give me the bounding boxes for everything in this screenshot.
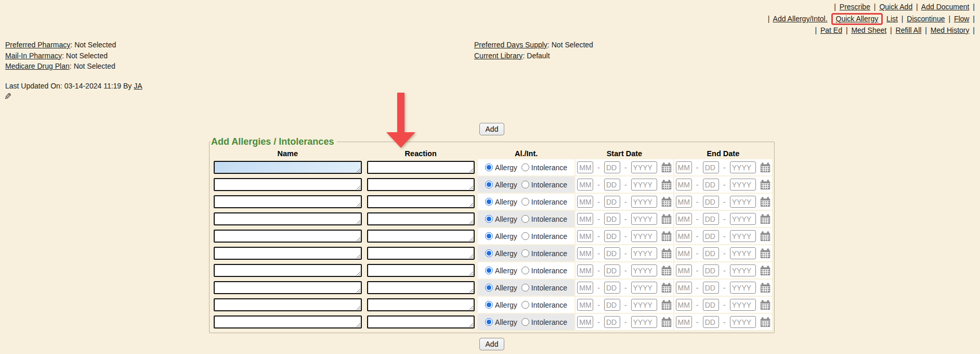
start-date-calendar-icon[interactable] — [661, 214, 672, 224]
allergy-option[interactable]: Allergy — [485, 163, 517, 172]
reaction-input[interactable] — [367, 281, 475, 294]
allergy-option[interactable]: Allergy — [485, 318, 517, 326]
end-year-input[interactable] — [730, 179, 756, 191]
preferred-pharmacy-link[interactable]: Preferred Pharmacy — [5, 41, 70, 49]
preferred-days-supply-link[interactable]: Preferred Days Supply — [474, 41, 547, 49]
start-month-input[interactable] — [577, 213, 593, 225]
end-month-input[interactable] — [676, 316, 692, 328]
end-month-input[interactable] — [676, 161, 692, 173]
start-date-calendar-icon[interactable] — [661, 197, 672, 207]
end-day-input[interactable] — [703, 299, 719, 311]
name-input[interactable] — [214, 230, 362, 243]
nav-link-quick-allergy[interactable]: Quick Allergy — [836, 15, 879, 23]
start-date-calendar-icon[interactable] — [661, 180, 672, 190]
start-year-input[interactable] — [631, 316, 657, 328]
name-input[interactable] — [214, 195, 362, 208]
end-year-input[interactable] — [730, 264, 756, 276]
start-year-input[interactable] — [631, 299, 657, 311]
end-month-input[interactable] — [676, 196, 692, 208]
start-month-input[interactable] — [577, 316, 593, 328]
allergy-radio[interactable] — [485, 215, 493, 223]
end-date-calendar-icon[interactable] — [760, 283, 770, 293]
end-date-calendar-icon[interactable] — [760, 248, 770, 259]
nav-link-add-allergy-intol[interactable]: Add Allergy/Intol. — [773, 15, 828, 23]
allergy-radio[interactable] — [485, 301, 493, 309]
end-year-input[interactable] — [730, 196, 756, 208]
allergy-radio[interactable] — [485, 318, 493, 326]
start-month-input[interactable] — [577, 230, 593, 242]
nav-link-refill-all[interactable]: Refill All — [896, 26, 922, 34]
start-date-calendar-icon[interactable] — [661, 300, 672, 310]
allergy-radio[interactable] — [485, 267, 493, 274]
nav-link-pat-ed[interactable]: Pat Ed — [820, 26, 842, 34]
allergy-radio[interactable] — [485, 232, 493, 240]
nav-link-add-document[interactable]: Add Document — [921, 3, 970, 11]
start-year-input[interactable] — [631, 213, 657, 225]
name-input[interactable] — [214, 298, 362, 311]
intolerance-option[interactable]: Intolerance — [521, 215, 567, 223]
start-day-input[interactable] — [604, 299, 620, 311]
end-month-input[interactable] — [676, 299, 692, 311]
end-date-calendar-icon[interactable] — [760, 300, 770, 310]
name-input[interactable] — [214, 281, 362, 294]
start-day-input[interactable] — [604, 316, 620, 328]
intolerance-radio[interactable] — [521, 267, 529, 274]
start-day-input[interactable] — [604, 230, 620, 242]
last-updated-user-link[interactable]: JA — [134, 82, 142, 90]
name-input[interactable] — [214, 315, 362, 328]
intolerance-option[interactable]: Intolerance — [521, 181, 567, 189]
add-button-bottom[interactable]: Add — [479, 338, 505, 350]
end-date-calendar-icon[interactable] — [760, 231, 770, 242]
intolerance-radio[interactable] — [521, 249, 529, 257]
end-year-input[interactable] — [730, 247, 756, 259]
intolerance-option[interactable]: Intolerance — [521, 284, 567, 292]
end-day-input[interactable] — [703, 282, 719, 294]
current-library-link[interactable]: Current Library — [474, 52, 522, 60]
start-year-input[interactable] — [631, 264, 657, 276]
end-date-calendar-icon[interactable] — [760, 214, 770, 224]
reaction-input[interactable] — [367, 264, 475, 277]
start-month-input[interactable] — [577, 282, 593, 294]
intolerance-option[interactable]: Intolerance — [521, 301, 567, 309]
reaction-input[interactable] — [367, 230, 475, 243]
start-month-input[interactable] — [577, 264, 593, 276]
end-year-input[interactable] — [730, 299, 756, 311]
start-day-input[interactable] — [604, 247, 620, 259]
intolerance-radio[interactable] — [521, 284, 529, 292]
name-input[interactable] — [214, 212, 362, 225]
intolerance-option[interactable]: Intolerance — [521, 232, 567, 241]
reaction-input[interactable] — [367, 212, 475, 225]
end-month-input[interactable] — [676, 230, 692, 242]
end-day-input[interactable] — [703, 230, 719, 242]
start-month-input[interactable] — [577, 299, 593, 311]
end-day-input[interactable] — [703, 161, 719, 173]
end-month-input[interactable] — [676, 179, 692, 191]
allergy-option[interactable]: Allergy — [485, 198, 517, 206]
reaction-input[interactable] — [367, 161, 475, 174]
nav-link-list[interactable]: List — [886, 15, 898, 23]
intolerance-radio[interactable] — [521, 198, 529, 206]
start-year-input[interactable] — [631, 282, 657, 294]
start-year-input[interactable] — [631, 179, 657, 191]
reaction-input[interactable] — [367, 247, 475, 260]
intolerance-radio[interactable] — [521, 318, 529, 326]
allergy-option[interactable]: Allergy — [485, 301, 517, 309]
end-year-input[interactable] — [730, 282, 756, 294]
end-date-calendar-icon[interactable] — [760, 180, 770, 190]
end-date-calendar-icon[interactable] — [760, 162, 770, 173]
end-month-input[interactable] — [676, 264, 692, 276]
end-year-input[interactable] — [730, 161, 756, 173]
name-input[interactable] — [214, 264, 362, 277]
name-input[interactable] — [214, 161, 362, 174]
allergy-option[interactable]: Allergy — [485, 249, 517, 258]
start-day-input[interactable] — [604, 264, 620, 276]
end-date-calendar-icon[interactable] — [760, 266, 770, 276]
nav-link-quick-add[interactable]: Quick Add — [879, 3, 912, 11]
end-day-input[interactable] — [703, 247, 719, 259]
intolerance-radio[interactable] — [521, 215, 529, 223]
start-date-calendar-icon[interactable] — [661, 162, 672, 173]
end-day-input[interactable] — [703, 264, 719, 276]
add-button-top[interactable]: Add — [479, 123, 505, 135]
allergy-option[interactable]: Allergy — [485, 181, 517, 189]
intolerance-option[interactable]: Intolerance — [521, 267, 567, 275]
